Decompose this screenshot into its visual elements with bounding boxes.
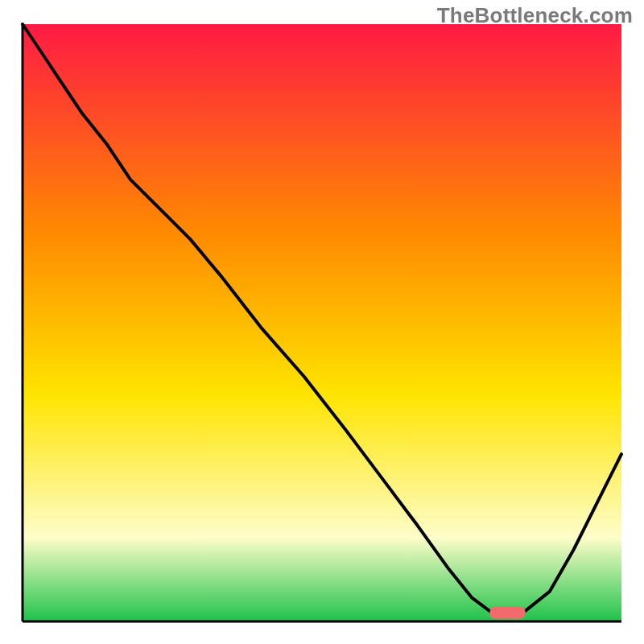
plot-area [23,24,621,621]
bottleneck-chart: TheBottleneck.com [0,0,644,644]
chart-svg [0,0,644,644]
gradient-background [23,24,621,621]
optimal-range-marker [489,607,526,619]
